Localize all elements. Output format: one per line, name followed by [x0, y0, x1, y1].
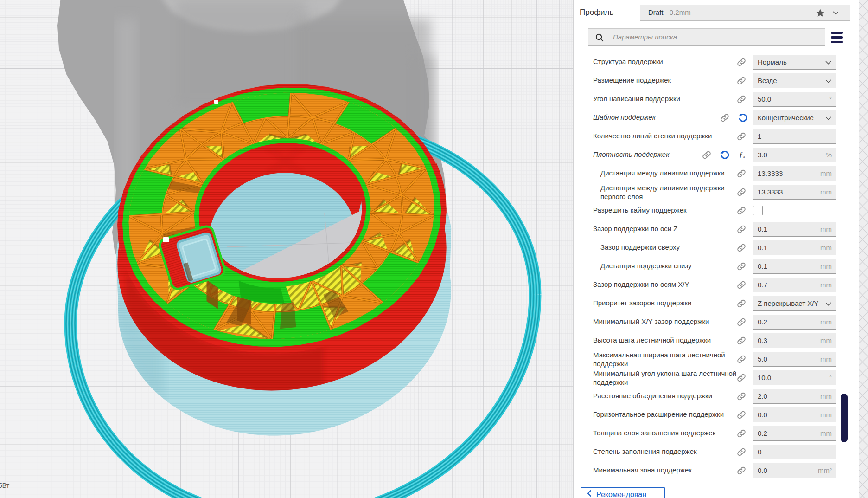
svg-text:5Вт: 5Вт	[0, 482, 10, 489]
